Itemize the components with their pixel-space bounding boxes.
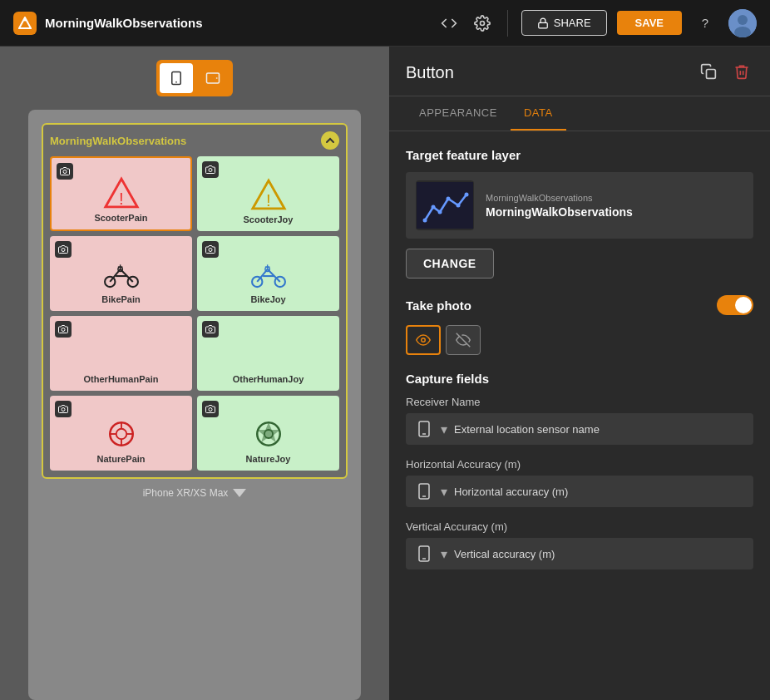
eye-hidden-button[interactable] <box>446 325 481 355</box>
svg-point-35 <box>209 328 212 332</box>
user-avatar[interactable] <box>728 9 757 37</box>
vertical-accuracy-label: Vertical Accuracy (m) <box>406 520 753 533</box>
svg-marker-47 <box>233 489 246 497</box>
camera-badge <box>55 401 72 417</box>
svg-rect-48 <box>707 70 716 79</box>
svg-point-25 <box>209 249 212 252</box>
receiver-name-input[interactable]: ▾ External location sensor name <box>406 413 753 445</box>
cell-icon <box>103 417 140 451</box>
dropdown-arrow-2[interactable]: ▾ <box>441 484 447 500</box>
svg-point-55 <box>465 193 469 197</box>
cell-label: ScooterJoy <box>244 214 294 224</box>
layer-name: MorningWalkObservations <box>486 205 743 219</box>
device-frame: MorningWalkObservations ! Scoot <box>28 110 361 700</box>
device-icon-3 <box>416 545 432 562</box>
svg-point-53 <box>447 197 451 201</box>
svg-point-51 <box>432 205 436 210</box>
vertical-accuracy-value: Vertical accuracy (m) <box>454 548 743 560</box>
app-title: MorningWalkObservations <box>45 16 437 30</box>
cell-label: NatureJoy <box>246 454 291 464</box>
list-item[interactable]: BikeJoy <box>197 236 339 311</box>
cell-icon <box>103 258 140 291</box>
take-photo-label: Take photo <box>406 298 471 313</box>
view-toggle <box>156 60 233 96</box>
delete-button[interactable] <box>730 60 753 86</box>
share-label: SHARE <box>554 17 591 29</box>
svg-point-50 <box>423 219 427 223</box>
survey-title: MorningWalkObservations <box>50 135 186 147</box>
horizontal-accuracy-field: Horizontal Accuracy (m) ▾ Horizontal acc… <box>406 458 753 507</box>
receiver-name-value: External location sensor name <box>454 423 743 436</box>
photo-view-buttons <box>406 325 753 355</box>
svg-rect-2 <box>539 22 548 27</box>
eye-visible-button[interactable] <box>406 325 441 355</box>
list-item[interactable]: OtherHumanJoy <box>197 316 339 391</box>
device-icon <box>416 421 432 437</box>
take-photo-toggle[interactable] <box>717 295 753 315</box>
layer-info: MorningWalkObservations MorningWalkObser… <box>486 193 743 219</box>
cell-label: OtherHumanJoy <box>233 349 304 384</box>
vertical-accuracy-input[interactable]: ▾ Vertical accuracy (m) <box>406 538 753 569</box>
change-button[interactable]: CHANGE <box>406 249 494 279</box>
svg-point-56 <box>422 338 426 343</box>
list-item[interactable]: BikePain <box>50 236 192 311</box>
panel-header: Button <box>389 47 770 96</box>
panel-content: Target feature layer MorningW <box>389 131 770 700</box>
camera-badge <box>55 321 72 338</box>
dropdown-arrow[interactable]: ▾ <box>441 421 447 437</box>
svg-point-36 <box>62 408 65 412</box>
cell-label: ScooterPain <box>94 213 147 223</box>
receiver-name-field: Receiver Name ▾ External location sensor… <box>406 396 753 445</box>
camera-badge <box>57 163 73 180</box>
device-icon-2 <box>416 483 432 500</box>
list-item[interactable]: NaturePain <box>50 396 192 471</box>
dropdown-arrow-3[interactable]: ▾ <box>441 546 447 562</box>
app-logo <box>13 12 37 35</box>
share-button[interactable]: SHARE <box>521 10 607 36</box>
camera-badge <box>202 321 219 338</box>
svg-text:!: ! <box>266 190 271 210</box>
cell-label: BikePain <box>101 294 140 304</box>
receiver-name-label: Receiver Name <box>406 396 753 408</box>
settings-button[interactable] <box>471 12 494 35</box>
cell-icon: ! <box>103 176 140 210</box>
save-button[interactable]: SAVE <box>617 11 682 35</box>
list-item[interactable]: ! ScooterJoy <box>197 156 339 231</box>
svg-point-52 <box>438 210 442 214</box>
camera-badge <box>55 241 72 258</box>
capture-fields-section: Capture fields Receiver Name ▾ External … <box>406 372 753 569</box>
capture-fields-label: Capture fields <box>406 372 753 386</box>
horizontal-accuracy-input[interactable]: ▾ Horizontal accuracy (m) <box>406 476 753 507</box>
list-item[interactable]: ! ScooterPain <box>50 156 192 231</box>
layer-thumbnail <box>416 180 474 230</box>
device-label: iPhone XR/XS Max <box>143 487 229 499</box>
svg-point-0 <box>24 18 27 21</box>
svg-point-1 <box>480 21 484 25</box>
main-layout: MorningWalkObservations ! Scoot <box>0 47 770 700</box>
svg-point-54 <box>457 204 461 208</box>
survey-collapse-button[interactable] <box>321 131 339 150</box>
camera-badge <box>202 161 219 178</box>
horizontal-accuracy-value: Horizontal accuracy (m) <box>454 486 743 498</box>
divider <box>507 10 508 37</box>
list-item[interactable]: OtherHumanPain <box>50 316 192 391</box>
survey-container: MorningWalkObservations ! Scoot <box>42 123 348 479</box>
list-item[interactable]: NatureJoy <box>197 396 339 471</box>
help-button[interactable]: ? <box>692 10 718 37</box>
cell-icon <box>250 417 287 451</box>
duplicate-button[interactable] <box>697 60 720 86</box>
svg-point-34 <box>62 328 65 332</box>
cell-icon <box>250 258 287 291</box>
tab-data[interactable]: DATA <box>511 96 566 131</box>
code-editor-button[interactable] <box>437 12 461 35</box>
layer-subtitle: MorningWalkObservations <box>486 193 743 203</box>
tablet-view-button[interactable] <box>196 63 230 93</box>
camera-badge <box>202 241 219 258</box>
cell-icon: ! <box>250 178 287 211</box>
tab-appearance[interactable]: APPEARANCE <box>406 96 511 131</box>
panel-header-actions <box>697 60 753 86</box>
left-panel: MorningWalkObservations ! Scoot <box>0 47 389 700</box>
phone-view-button[interactable] <box>160 63 193 93</box>
cell-label: BikeJoy <box>250 294 285 304</box>
panel-title: Button <box>406 63 454 82</box>
